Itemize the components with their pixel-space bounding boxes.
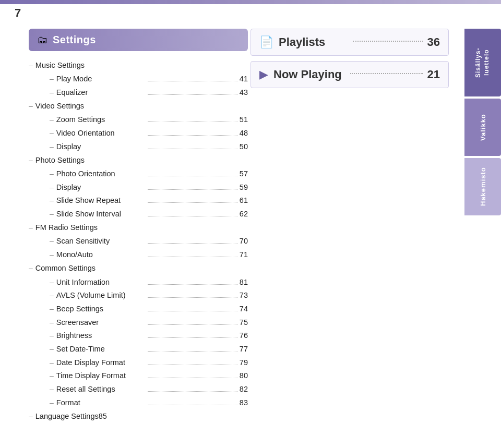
item-label: AVLS (Volume Limit) — [56, 289, 146, 301]
section-label: Language Settings — [35, 410, 99, 422]
item-label: Brightness — [56, 330, 146, 341]
tree-item: –AVLS (Volume Limit)73 — [29, 289, 248, 302]
item-label: Scan Sensitivity — [56, 235, 146, 247]
item-label: Format — [56, 397, 146, 408]
item-label: Play Mode — [56, 73, 146, 84]
section-photo-settings: –Photo Settings — [29, 153, 248, 167]
page-num: 85 — [99, 410, 107, 422]
now-playing-dots — [350, 73, 423, 74]
page-num: 62 — [240, 208, 248, 220]
page-num: 75 — [240, 317, 248, 328]
page-num: 77 — [240, 343, 248, 355]
right-sidebar: Sisällys-luettelo Valikko Hakemisto — [464, 29, 501, 215]
item-label: Zoom Settings — [56, 114, 146, 125]
item-label: Screensaver — [56, 317, 146, 328]
settings-title: Settings — [53, 34, 96, 46]
tree-item: –Date Display Format79 — [29, 356, 248, 369]
playlists-icon: 📄 — [259, 35, 273, 49]
tree-item: –Slide Show Repeat61 — [29, 194, 248, 208]
top-bar — [0, 0, 501, 4]
tree-item: –Beep Settings74 — [29, 302, 248, 316]
item-label: Slide Show Interval — [56, 208, 146, 220]
now-playing-label: Now Playing — [273, 68, 346, 81]
section-label: Common Settings — [35, 262, 96, 274]
section-label: Music Settings — [35, 59, 85, 71]
page-num: 57 — [240, 168, 248, 179]
tree-item: –Scan Sensitivity70 — [29, 235, 248, 248]
playlists-page: 36 — [427, 35, 440, 49]
right-panel: 📄 Playlists 36 ▶ Now Playing 21 — [250, 29, 449, 93]
tab-hakemisto[interactable]: Hakemisto — [464, 158, 501, 215]
section-common-settings: –Common Settings — [29, 261, 248, 275]
playlists-entry: 📄 Playlists 36 — [250, 29, 449, 56]
section-video-settings: –Video Settings — [29, 99, 248, 113]
item-label: Photo Orientation — [56, 168, 146, 179]
item-label: Reset all Settings — [56, 383, 146, 395]
section-music-settings: –Music Settings — [29, 58, 248, 72]
tree-item: –Format83 — [29, 396, 248, 409]
page-num: 73 — [240, 289, 248, 301]
tree-item: –Slide Show Interval62 — [29, 208, 248, 221]
item-label: Slide Show Repeat — [56, 195, 146, 206]
page-num: 43 — [240, 87, 248, 98]
page-num: 79 — [240, 357, 248, 368]
item-label: Video Orientation — [56, 127, 146, 139]
tree-item: –Display50 — [29, 140, 248, 153]
playlists-dots — [353, 41, 423, 42]
page-num: 61 — [240, 195, 248, 206]
item-label: Mono/Auto — [56, 249, 146, 260]
page-num: 51 — [240, 114, 248, 125]
section-label: Video Settings — [35, 100, 84, 112]
tree-item: –Set Date-Time77 — [29, 342, 248, 356]
page-num: 81 — [240, 276, 248, 288]
now-playing-icon: ▶ — [259, 68, 268, 81]
item-label: Beep Settings — [56, 303, 146, 314]
page-num: 70 — [240, 235, 248, 247]
item-label: Unit Information — [56, 276, 146, 288]
page-num: 74 — [240, 303, 248, 314]
item-label: Display — [56, 141, 146, 152]
tree-item: –Mono/Auto71 — [29, 248, 248, 262]
settings-icon: 🗂 — [37, 34, 47, 46]
page-num: 71 — [240, 249, 248, 260]
page-num: 41 — [240, 73, 248, 84]
page-num: 59 — [240, 181, 248, 193]
page-num: 76 — [240, 330, 248, 341]
tree-item: –Photo Orientation57 — [29, 167, 248, 181]
tab-valikko[interactable]: Valikko — [464, 99, 501, 156]
tab-sisallys[interactable]: Sisällys-luettelo — [464, 29, 501, 96]
page-num: 83 — [240, 397, 248, 408]
tree-item: –Video Orientation48 — [29, 126, 248, 140]
tree-item: –Display59 — [29, 180, 248, 194]
item-label: Date Display Format — [56, 357, 146, 368]
item-label: Equalizer — [56, 87, 146, 98]
item-label: Display — [56, 181, 146, 193]
page-number: 7 — [15, 6, 21, 20]
item-label: Set Date-Time — [56, 343, 146, 355]
tree-item: –Brightness76 — [29, 329, 248, 343]
item-label: Time Display Format — [56, 370, 146, 381]
page-num: 48 — [240, 127, 248, 139]
left-panel: 🗂 Settings –Music Settings–Play Mode41–E… — [29, 29, 248, 423]
tree-item: –Reset all Settings82 — [29, 383, 248, 396]
section-label: Photo Settings — [35, 154, 85, 166]
now-playing-page: 21 — [427, 68, 440, 81]
tree-item: –Zoom Settings51 — [29, 113, 248, 127]
section-fm-radio-settings: –FM Radio Settings — [29, 221, 248, 235]
section-label: FM Radio Settings — [35, 222, 98, 233]
tree-item: –Unit Information81 — [29, 275, 248, 289]
tree-item: –Time Display Format80 — [29, 369, 248, 383]
tree-item: –Equalizer43 — [29, 86, 248, 99]
settings-header: 🗂 Settings — [29, 29, 248, 51]
now-playing-entry: ▶ Now Playing 21 — [250, 61, 449, 88]
playlists-label: Playlists — [279, 35, 349, 49]
page-num: 82 — [240, 383, 248, 395]
settings-tree: –Music Settings–Play Mode41–Equalizer43–… — [29, 58, 248, 423]
tree-item: –Play Mode41 — [29, 72, 248, 86]
tree-item: –Screensaver75 — [29, 316, 248, 329]
page-num: 80 — [240, 370, 248, 381]
section-language-settings: –Language Settings85 — [29, 409, 248, 423]
page-num: 50 — [240, 141, 248, 152]
